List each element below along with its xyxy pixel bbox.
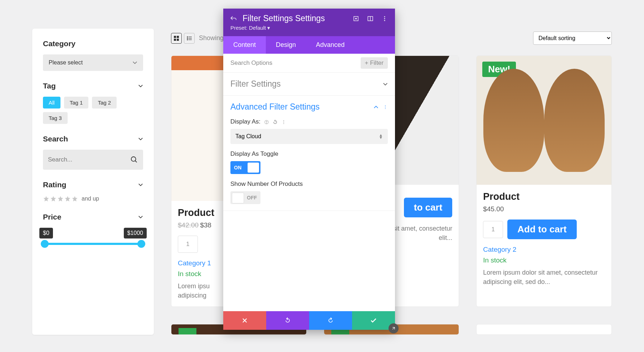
tag-item[interactable]: Tag 2: [92, 97, 117, 109]
svg-point-13: [384, 20, 385, 21]
price-title: Price: [43, 213, 61, 221]
section-advanced-filter[interactable]: Advanced Filter Settings: [223, 96, 395, 118]
updown-icon: ▲▼: [379, 134, 383, 139]
expand-icon[interactable]: [353, 15, 359, 22]
price-min-badge: $0: [39, 228, 53, 238]
menu-icon[interactable]: [383, 105, 388, 110]
quantity-input[interactable]: 1: [483, 221, 503, 238]
search-box[interactable]: [43, 150, 143, 170]
product-card: New! Product $45.00 1 Add to cart Catego…: [476, 56, 612, 307]
tag-header[interactable]: Tag: [43, 82, 143, 90]
product-category[interactable]: Category 2: [483, 246, 605, 254]
svg-point-12: [384, 18, 385, 19]
search-title: Search: [43, 135, 68, 143]
tag-item[interactable]: Tag 3: [43, 112, 68, 124]
product-image: New!: [477, 56, 611, 185]
svg-point-7: [187, 39, 188, 40]
modal-header: Filter Settings Settings Preset: Default…: [223, 9, 395, 36]
product-description: Lorem ipsum dolor sit amet, consectetur …: [483, 268, 605, 286]
svg-rect-4: [177, 39, 179, 41]
quantity-input[interactable]: 1: [178, 236, 198, 253]
tag-item[interactable]: Tag 1: [64, 97, 89, 109]
tag-title: Tag: [43, 82, 56, 90]
chevron-down-icon: [138, 214, 143, 220]
tab-content[interactable]: Content: [223, 36, 266, 54]
rating-row[interactable]: and up: [43, 196, 143, 202]
svg-point-21: [283, 123, 284, 124]
tab-design[interactable]: Design: [266, 36, 306, 54]
redo-button[interactable]: [309, 311, 352, 330]
display-toggle[interactable]: ON: [230, 161, 260, 174]
add-to-cart-button[interactable]: Add to cart: [507, 220, 576, 239]
columns-icon[interactable]: [367, 15, 374, 22]
resize-handle[interactable]: [389, 323, 399, 333]
svg-point-20: [283, 122, 284, 122]
display-toggle-label: Display As Toggle: [230, 150, 388, 158]
stock-status: In stock: [483, 256, 605, 264]
svg-point-11: [384, 16, 385, 17]
display-as-select[interactable]: Tag Cloud ▲▼: [230, 129, 388, 144]
search-header[interactable]: Search: [43, 135, 143, 143]
tab-advanced[interactable]: Advanced: [306, 36, 355, 54]
search-input[interactable]: [48, 156, 130, 163]
back-icon[interactable]: [230, 15, 237, 22]
rating-header[interactable]: Rating: [43, 180, 143, 189]
price-slider[interactable]: $0 $1000: [43, 243, 143, 245]
stars-icon: [43, 196, 78, 202]
section-filter-settings[interactable]: Filter Settings: [223, 73, 395, 95]
svg-rect-3: [174, 39, 176, 41]
menu-icon[interactable]: [281, 119, 286, 124]
settings-modal: Filter Settings Settings Preset: Default…: [223, 9, 395, 330]
preset-selector[interactable]: Preset: Default ▾: [230, 25, 388, 31]
svg-point-0: [131, 157, 136, 161]
reset-icon[interactable]: [273, 119, 278, 124]
slider-knob[interactable]: [137, 240, 145, 248]
rating-title: Rating: [43, 180, 66, 189]
display-as-label: Display As:: [230, 118, 388, 125]
tag-all[interactable]: All: [43, 97, 60, 109]
chevron-down-icon: [138, 182, 143, 187]
grid-view-button[interactable]: [171, 33, 182, 44]
sort-select[interactable]: Default sorting: [533, 32, 612, 45]
svg-point-15: [385, 106, 386, 107]
svg-point-16: [385, 108, 386, 109]
product-price: $45.00: [483, 205, 605, 213]
filter-sidebar: Category Please select Tag All Tag 1 Tag…: [32, 29, 154, 335]
svg-point-5: [187, 37, 188, 37]
category-placeholder: Please select: [49, 59, 83, 66]
undo-button[interactable]: [266, 311, 309, 330]
chevron-down-icon: [138, 83, 143, 88]
show-number-toggle[interactable]: OFF: [230, 191, 260, 204]
svg-rect-2: [177, 36, 179, 38]
search-options-row: Search Options + Filter: [223, 54, 395, 73]
price-header[interactable]: Price: [43, 213, 143, 221]
svg-rect-1: [174, 36, 176, 38]
category-select[interactable]: Please select: [43, 54, 143, 71]
slider-knob[interactable]: [41, 240, 49, 248]
add-to-cart-button[interactable]: to cart: [404, 198, 452, 217]
product-card: [476, 324, 612, 335]
new-badge: New!: [179, 75, 212, 91]
help-icon[interactable]: [264, 119, 269, 124]
svg-point-9: [356, 18, 357, 19]
svg-point-14: [385, 105, 386, 106]
modal-title: Filter Settings Settings: [243, 14, 325, 23]
chevron-up-icon: [374, 105, 379, 110]
svg-point-6: [187, 38, 188, 39]
category-title: Category: [43, 39, 75, 48]
add-filter-button[interactable]: + Filter: [361, 57, 388, 69]
chevron-down-icon: [383, 82, 388, 87]
chevron-down-icon: [132, 60, 137, 65]
category-header[interactable]: Category: [43, 39, 143, 48]
modal-footer: [223, 311, 395, 330]
rating-suffix: and up: [82, 196, 99, 202]
price-max-badge: $1000: [124, 228, 147, 238]
cancel-button[interactable]: [223, 311, 266, 330]
svg-point-19: [283, 120, 284, 121]
product-title: Product: [483, 191, 605, 202]
svg-point-18: [267, 123, 267, 123]
modal-tabs: Content Design Advanced: [223, 36, 395, 54]
chevron-down-icon: [138, 136, 143, 141]
list-view-button[interactable]: [184, 33, 195, 44]
menu-icon[interactable]: [381, 15, 388, 22]
